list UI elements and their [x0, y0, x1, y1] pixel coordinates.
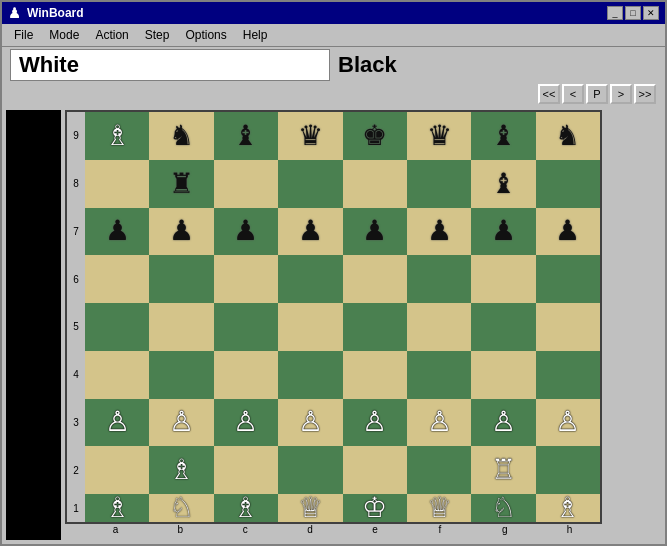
nav-btn-[interactable]: > [610, 84, 632, 104]
window-title: WinBoard [27, 6, 84, 20]
nav-btn-p[interactable]: P [586, 84, 608, 104]
cell-5-4[interactable] [278, 303, 342, 351]
cell-7-1[interactable]: ♟ [85, 208, 149, 256]
cell-4-8[interactable] [536, 351, 600, 399]
cell-1-6[interactable]: ♕ [407, 494, 471, 522]
cell-8-8[interactable] [536, 160, 600, 208]
cell-7-6[interactable]: ♟ [407, 208, 471, 256]
cell-2-6[interactable] [407, 446, 471, 494]
cell-5-1[interactable] [85, 303, 149, 351]
cell-3-4[interactable]: ♙ [278, 399, 342, 447]
piece-1-3: ♗ [233, 494, 258, 522]
cell-6-2[interactable] [149, 255, 213, 303]
cell-1-2[interactable]: ♘ [149, 494, 213, 522]
cell-8-2[interactable]: ♜ [149, 160, 213, 208]
cell-2-5[interactable] [343, 446, 407, 494]
cell-4-2[interactable] [149, 351, 213, 399]
cell-3-5[interactable]: ♙ [343, 399, 407, 447]
cell-1-3[interactable]: ♗ [214, 494, 278, 522]
cell-3-6[interactable]: ♙ [407, 399, 471, 447]
nav-btn-[interactable]: < [562, 84, 584, 104]
cell-2-2[interactable]: ♗ [149, 446, 213, 494]
cell-5-7[interactable] [471, 303, 535, 351]
file-g: g [472, 524, 537, 540]
cell-1-1[interactable]: ♗ [85, 494, 149, 522]
cell-7-3[interactable]: ♟ [214, 208, 278, 256]
cell-6-8[interactable] [536, 255, 600, 303]
cell-4-3[interactable] [214, 351, 278, 399]
menu-item-action[interactable]: Action [87, 26, 136, 44]
piece-1-8: ♗ [555, 494, 580, 522]
piece-7-5: ♟ [362, 217, 387, 245]
piece-9-5: ♚ [362, 122, 387, 150]
cell-6-4[interactable] [278, 255, 342, 303]
piece-3-2: ♙ [169, 408, 194, 436]
cell-6-5[interactable] [343, 255, 407, 303]
cell-9-2[interactable]: ♞ [149, 112, 213, 160]
cell-9-8[interactable]: ♞ [536, 112, 600, 160]
menu-item-mode[interactable]: Mode [41, 26, 87, 44]
menu-item-options[interactable]: Options [177, 26, 234, 44]
cell-7-4[interactable]: ♟ [278, 208, 342, 256]
cell-9-4[interactable]: ♛ [278, 112, 342, 160]
cell-1-7[interactable]: ♘ [471, 494, 535, 522]
cell-4-4[interactable] [278, 351, 342, 399]
cell-9-7[interactable]: ♝ [471, 112, 535, 160]
cell-8-3[interactable] [214, 160, 278, 208]
close-button[interactable]: ✕ [643, 6, 659, 20]
cell-5-8[interactable] [536, 303, 600, 351]
cell-2-4[interactable] [278, 446, 342, 494]
cell-8-1[interactable] [85, 160, 149, 208]
cell-7-5[interactable]: ♟ [343, 208, 407, 256]
piece-9-1: ♗ [105, 122, 130, 150]
cell-6-1[interactable] [85, 255, 149, 303]
cell-3-8[interactable]: ♙ [536, 399, 600, 447]
menu-bar: FileModeActionStepOptionsHelp [2, 24, 665, 46]
cell-4-7[interactable] [471, 351, 535, 399]
cell-3-3[interactable]: ♙ [214, 399, 278, 447]
menu-item-file[interactable]: File [6, 26, 41, 44]
piece-1-2: ♘ [169, 494, 194, 522]
cell-6-3[interactable] [214, 255, 278, 303]
piece-8-2: ♜ [169, 170, 194, 198]
cell-4-1[interactable] [85, 351, 149, 399]
cell-7-7[interactable]: ♟ [471, 208, 535, 256]
cell-5-2[interactable] [149, 303, 213, 351]
cell-6-7[interactable] [471, 255, 535, 303]
cell-3-7[interactable]: ♙ [471, 399, 535, 447]
cell-2-1[interactable] [85, 446, 149, 494]
cell-9-6[interactable]: ♛ [407, 112, 471, 160]
nav-btn-[interactable]: >> [634, 84, 656, 104]
cell-2-3[interactable] [214, 446, 278, 494]
menu-item-help[interactable]: Help [235, 26, 276, 44]
cell-5-5[interactable] [343, 303, 407, 351]
menu-item-step[interactable]: Step [137, 26, 178, 44]
cell-4-5[interactable] [343, 351, 407, 399]
cell-8-7[interactable]: ♝ [471, 160, 535, 208]
cell-5-6[interactable] [407, 303, 471, 351]
cell-1-5[interactable]: ♔ [343, 494, 407, 522]
cell-7-2[interactable]: ♟ [149, 208, 213, 256]
cell-4-6[interactable] [407, 351, 471, 399]
cell-8-4[interactable] [278, 160, 342, 208]
piece-3-5: ♙ [362, 408, 387, 436]
cell-5-3[interactable] [214, 303, 278, 351]
maximize-button[interactable]: □ [625, 6, 641, 20]
nav-btn-[interactable]: << [538, 84, 560, 104]
minimize-button[interactable]: _ [607, 6, 623, 20]
cell-9-3[interactable]: ♝ [214, 112, 278, 160]
cell-2-7[interactable]: ♖ [471, 446, 535, 494]
cell-3-1[interactable]: ♙ [85, 399, 149, 447]
cell-6-6[interactable] [407, 255, 471, 303]
cell-9-5[interactable]: ♚ [343, 112, 407, 160]
cell-9-1[interactable]: ♗ [85, 112, 149, 160]
file-labels: a b c d e f g h [65, 524, 602, 540]
piece-7-8: ♟ [555, 217, 580, 245]
cell-1-8[interactable]: ♗ [536, 494, 600, 522]
cell-3-2[interactable]: ♙ [149, 399, 213, 447]
cell-1-4[interactable]: ♕ [278, 494, 342, 522]
cell-8-6[interactable] [407, 160, 471, 208]
cell-8-5[interactable] [343, 160, 407, 208]
cell-7-8[interactable]: ♟ [536, 208, 600, 256]
cell-2-8[interactable] [536, 446, 600, 494]
